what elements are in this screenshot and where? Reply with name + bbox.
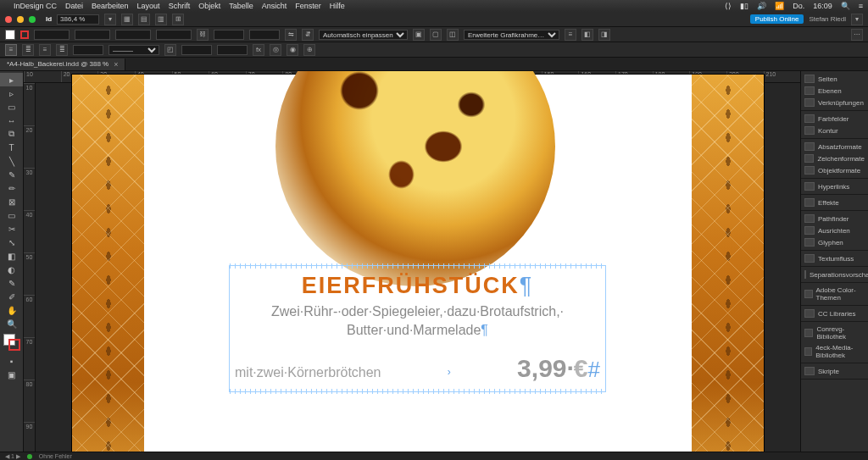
pasteboard[interactable]: EIERFRÜHSTÜCK¶ Zwei·Rühr-·oder·Spiegelei…: [62, 83, 774, 452]
h-field[interactable]: [156, 30, 192, 40]
fx-icon[interactable]: fx: [253, 44, 264, 56]
panel-skripte[interactable]: Skripte: [801, 365, 868, 377]
stroke-weight-field[interactable]: [73, 45, 103, 55]
page-spread[interactable]: EIERFRÜHSTÜCK¶ Zwei·Rühr-·oder·Spiegelei…: [72, 75, 764, 452]
eyedropper-tool[interactable]: ✐: [0, 290, 23, 303]
page-nav-icon[interactable]: ◀ 1 ▶: [5, 453, 20, 460]
y-field[interactable]: [75, 30, 110, 40]
misc-icon-2[interactable]: ◉: [287, 44, 298, 56]
wifi-icon[interactable]: ⟨⟩: [725, 2, 732, 10]
screen-mode-icon[interactable]: ▣: [0, 368, 23, 381]
fill-swatch[interactable]: [5, 30, 15, 40]
battery-icon[interactable]: ▮▯: [740, 2, 748, 10]
panel-farbfelder[interactable]: Farbfelder: [801, 113, 868, 125]
panel-hyperlinks[interactable]: Hyperlinks: [801, 180, 868, 192]
spotlight-icon[interactable]: 🔍: [841, 2, 850, 10]
basic-graphic-select[interactable]: Erweiterte Grafikrahme…: [464, 30, 559, 40]
menubar-day[interactable]: Do.: [793, 2, 804, 10]
note-tool[interactable]: ✎: [0, 276, 23, 290]
menu-tabelle[interactable]: Tabelle: [229, 2, 253, 10]
menu-hilfe[interactable]: Hilfe: [330, 2, 345, 10]
panel-objektformate[interactable]: Objektformate: [801, 164, 868, 176]
fit-select[interactable]: Automatisch einpassen: [319, 30, 408, 40]
type-tool[interactable]: T: [0, 141, 23, 154]
corner-icon[interactable]: ◰: [164, 44, 176, 56]
misc-icon-1[interactable]: ◎: [270, 44, 281, 56]
panel-verknuepfungen[interactable]: Verknüpfungen: [801, 97, 868, 108]
preflight-ok-icon[interactable]: [27, 454, 32, 459]
menu-title[interactable]: EIERFRÜHSTÜCK¶: [235, 273, 600, 299]
fit-icon-3[interactable]: ◫: [447, 29, 459, 41]
zoom-tool[interactable]: 🔍: [0, 317, 23, 330]
panel-separationsvorschau[interactable]: Separationsvorschau: [801, 269, 868, 280]
corner-radius-field[interactable]: [181, 45, 212, 55]
panel-zeichenformate[interactable]: Zeichenformate: [801, 152, 868, 164]
misc-icon-3[interactable]: ⊕: [303, 44, 315, 56]
menu-bearbeiten[interactable]: Bearbeiten: [92, 2, 129, 10]
menu-ansicht[interactable]: Ansicht: [262, 2, 287, 10]
free-transform-tool[interactable]: ⤡: [0, 236, 23, 249]
stroke-style-select[interactable]: ———: [108, 45, 159, 55]
user-chevron-icon[interactable]: ▾: [851, 14, 863, 25]
canvas[interactable]: 1020304050607080901001101201301401501601…: [24, 71, 800, 452]
hand-tool[interactable]: ✋: [0, 303, 23, 317]
panel-lib-1[interactable]: Conrevg-Bibliothek: [801, 324, 868, 342]
view-icon-4[interactable]: ⊞: [172, 14, 184, 25]
page-tool[interactable]: ▭: [0, 100, 23, 114]
direct-selection-tool[interactable]: ▹: [0, 86, 23, 100]
flip-h-icon[interactable]: ⇋: [285, 29, 297, 41]
flip-v-icon[interactable]: ⇵: [302, 29, 314, 41]
panel-cc-libraries[interactable]: CC Libraries: [801, 308, 868, 319]
preflight-status[interactable]: Ohne Fehler: [39, 453, 72, 459]
close-tab-icon[interactable]: ×: [114, 60, 118, 69]
view-icon-3[interactable]: ▥: [155, 14, 167, 25]
menu-description[interactable]: Zwei·Rühr-·oder·Spiegeleier,·dazu·Brotau…: [235, 302, 600, 339]
stroke-swatch-icon[interactable]: [8, 339, 20, 351]
line-tool[interactable]: ╲: [0, 154, 23, 168]
panel-absatzformate[interactable]: Absatzformate: [801, 141, 868, 152]
gradient-feather-tool[interactable]: ◐: [0, 263, 23, 276]
panel-effekte[interactable]: Effekte: [801, 197, 868, 208]
panel-seiten[interactable]: Seiten: [801, 73, 868, 85]
w-field[interactable]: [115, 30, 151, 40]
content-collector-tool[interactable]: ⧉: [0, 127, 23, 141]
zoom-dropdown-icon[interactable]: ▾: [104, 14, 116, 25]
panel-ausrichten[interactable]: Ausrichten: [801, 224, 868, 236]
textwrap-icon-1[interactable]: ≡: [565, 29, 576, 41]
zoom-input[interactable]: [57, 14, 99, 25]
document-tab[interactable]: *A4-Halb_Backerei.indd @ 388 % ×: [0, 58, 125, 70]
app-name[interactable]: InDesign CC: [14, 2, 57, 10]
notifications-icon[interactable]: ≡: [859, 2, 863, 10]
menu-datei[interactable]: Datei: [65, 2, 83, 10]
fit-icon-1[interactable]: ▣: [413, 29, 425, 41]
opacity-field[interactable]: [217, 45, 248, 55]
panel-lib-2[interactable]: 4eck-Media-Bibliothek: [801, 342, 868, 361]
gap-tool[interactable]: ↔: [0, 114, 23, 127]
align-right-icon[interactable]: ≡: [39, 44, 51, 56]
menu-objekt[interactable]: Objekt: [198, 2, 220, 10]
wheat-border-left[interactable]: [72, 75, 144, 452]
stroke-swatch[interactable]: [20, 30, 29, 39]
menu-subline[interactable]: mit·zwei·Körnerbrötchen: [235, 365, 381, 380]
selection-tool[interactable]: ▸: [0, 73, 23, 86]
text-frame-selected[interactable]: EIERFRÜHSTÜCK¶ Zwei·Rühr-·oder·Spiegelei…: [229, 265, 606, 392]
control-menu-icon[interactable]: ⋯: [851, 29, 863, 41]
panel-kontur[interactable]: Kontur: [801, 125, 868, 136]
menu-fenster[interactable]: Fenster: [295, 2, 321, 10]
shear-field[interactable]: [249, 30, 280, 40]
egg-photo-frame[interactable]: [275, 71, 555, 286]
align-left-icon[interactable]: ≡: [5, 44, 17, 56]
ruler-vertical[interactable]: 102030405060708090100: [24, 83, 36, 452]
wheat-border-right[interactable]: [692, 75, 764, 452]
window-min-icon[interactable]: [17, 16, 24, 23]
rectangle-frame-tool[interactable]: ⊠: [0, 195, 23, 208]
menu-schrift[interactable]: Schrift: [169, 2, 191, 10]
textwrap-icon-3[interactable]: ◨: [598, 29, 610, 41]
align-center-icon[interactable]: ≣: [22, 44, 34, 56]
scissors-tool[interactable]: ✂: [0, 222, 23, 236]
fill-stroke-swatches[interactable]: [3, 334, 20, 351]
link-wh-icon[interactable]: ⛓: [197, 29, 209, 41]
gradient-swatch-tool[interactable]: ◧: [0, 249, 23, 263]
pen-tool[interactable]: ✎: [0, 168, 23, 181]
window-max-icon[interactable]: [29, 16, 36, 23]
